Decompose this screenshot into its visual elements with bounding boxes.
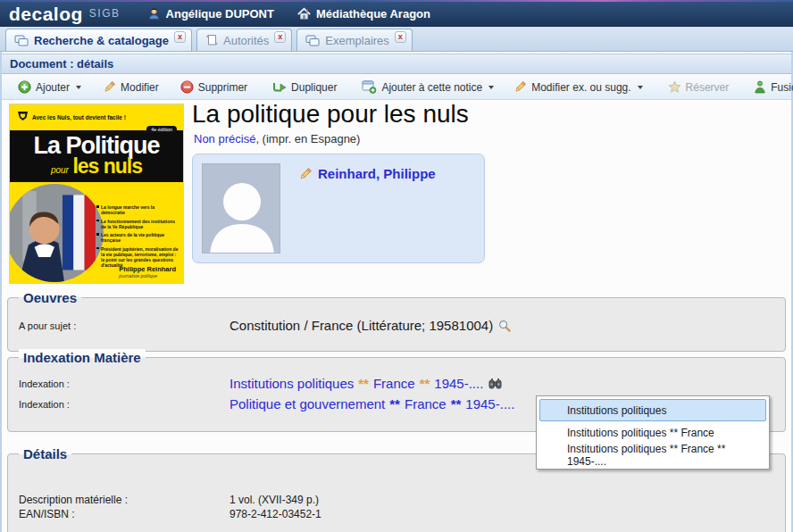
binoculars-icon[interactable] [488, 378, 502, 389]
close-icon[interactable]: x [274, 31, 286, 43]
field-value: 1 vol. (XVII-349 p.) [230, 494, 319, 506]
cover-author: Philippe Reinhard [119, 265, 176, 273]
book-cover[interactable]: Avec les Nuls, tout devient facile ! 4e … [9, 104, 184, 284]
tab-label: Recherche & catalogage [34, 34, 169, 47]
cascade-windows-icon [14, 35, 29, 46]
delete-button[interactable]: Supprimer [173, 78, 255, 96]
reserve-button[interactable]: Réserver [661, 78, 737, 96]
publisher-line: Non précisé, (impr. en Espagne) [194, 132, 360, 145]
cover-bullet: Le fonctionnement des institutions de la… [96, 219, 179, 230]
current-library-button[interactable]: Médiathèque Aragon [297, 7, 430, 21]
star-icon [668, 80, 681, 94]
section-oeuvres-legend: Oeuvres [19, 289, 81, 306]
document-toolbar: Ajouter Modifier Supprimer Dupliquer Ajo… [2, 75, 791, 100]
add-button[interactable]: Ajouter [11, 78, 88, 96]
menu-item[interactable]: Institutions politiques ** France [539, 421, 766, 444]
edit-button[interactable]: Modifier [96, 78, 166, 96]
delete-button-label: Supprimer [198, 81, 247, 94]
pencil-icon [103, 80, 116, 94]
menu-item[interactable]: Institutions politiques [539, 399, 766, 421]
chevron-down-icon [76, 86, 81, 89]
menu-item[interactable]: Institutions politiques ** France ** 194… [539, 444, 766, 466]
scroll-icon [205, 34, 218, 46]
magnifier-icon[interactable] [498, 320, 511, 332]
tab-recherche-catalogage[interactable]: Recherche & catalogage x [5, 29, 192, 51]
edit-button-label: Modifier [121, 81, 159, 94]
tab-bar: Recherche & catalogage x Autorités x Exe… [0, 27, 793, 52]
avatar [202, 163, 280, 254]
duplicate-button[interactable]: Dupliquer [265, 79, 344, 96]
field-label: EAN/ISBN : [8, 508, 230, 520]
cascade-windows-icon [305, 35, 320, 46]
add-to-record-label: Ajouter à cette notice [381, 81, 482, 94]
close-icon[interactable]: x [395, 31, 406, 43]
cover-edition-badge: 4e édition [146, 126, 177, 133]
add-to-record-button[interactable]: Ajouter à cette notice [355, 78, 501, 96]
field-label: Indexation : [8, 378, 230, 389]
tab-label: Exemplaires [325, 34, 389, 47]
indexation-context-menu: Institutions politiques Institutions pol… [536, 395, 770, 470]
publisher-link[interactable]: Non précisé [194, 132, 255, 145]
pencil-icon [513, 80, 527, 94]
chevron-down-icon [638, 86, 643, 89]
plus-circle-icon [18, 80, 31, 94]
field-label: A pour sujet : [8, 320, 230, 331]
indexation-link[interactable]: Politique et gouvernement**France**1945-… [230, 396, 514, 411]
cover-bullet: Les acteurs de la vie politique français… [96, 232, 179, 244]
window-plus-icon [362, 80, 377, 94]
section-header: Document : détails [2, 54, 791, 74]
cover-bullet-list: La longue marche vers la démocratie Le f… [96, 204, 179, 271]
chevron-down-icon [488, 86, 494, 89]
cover-bullet: La longue marche vers la démocratie [96, 204, 179, 216]
nuls-logo-icon [17, 109, 29, 125]
cover-title-pre: pour [51, 165, 69, 175]
cover-tagline: Avec les Nuls, tout devient facile ! [32, 114, 126, 121]
pencil-icon [298, 167, 313, 181]
tab-label: Autorités [223, 34, 269, 47]
green-arrow-icon [272, 81, 287, 94]
current-user-label: Angélique DUPONT [166, 7, 274, 21]
tab-autorites[interactable]: Autorités x [196, 29, 292, 51]
close-icon[interactable]: x [174, 31, 186, 43]
merge-button[interactable]: Fusionner avec [747, 78, 793, 96]
green-person-icon [754, 80, 766, 94]
edit-copies-button[interactable]: Modifier ex. ou sugg. [506, 78, 649, 96]
tab-exemplaires[interactable]: Exemplaires x [296, 29, 413, 51]
duplicate-button-label: Dupliquer [291, 81, 337, 94]
edit-copies-label: Modifier ex. ou sugg. [531, 81, 630, 94]
cover-author-subtitle: journaliste politique [119, 273, 176, 278]
section-oeuvres: Oeuvres A pour sujet : Constitution / Fr… [7, 297, 786, 352]
add-button-label: Ajouter [36, 81, 70, 94]
field-value: 978-2-412-03452-1 [230, 508, 321, 520]
publisher-rest: , (impr. en Espagne) [255, 132, 360, 145]
page-title: La politique pour les nuls [192, 100, 469, 129]
field-label: Description matérielle : [8, 494, 230, 506]
cover-photo [9, 183, 104, 284]
author-link[interactable]: Reinhard, Philippe [298, 166, 436, 181]
app-logo-suffix: SIGB [89, 7, 121, 20]
app-logo: decalog [9, 4, 83, 23]
current-user-button[interactable]: Angélique DUPONT [147, 7, 274, 21]
reserve-button-label: Réserver [686, 81, 730, 94]
current-library-label: Médiathèque Aragon [316, 7, 430, 21]
subject-value: Constitution / France (Littérature; 1958… [230, 318, 493, 333]
person-icon [147, 7, 161, 21]
home-icon [297, 7, 311, 21]
app-header: decalog SIGB Angélique DUPONT Médiathèqu… [0, 0, 793, 27]
merge-button-label: Fusionner avec [771, 81, 793, 94]
section-indexation-legend: Indexation Matière [19, 349, 146, 366]
field-label: Indexation : [8, 399, 230, 410]
cover-title-2: les nuls [72, 154, 142, 178]
minus-circle-icon [180, 80, 194, 94]
section-details-legend: Détails [19, 445, 71, 462]
section-header-title: Document : détails [10, 57, 113, 71]
author-card: Reinhard, Philippe [192, 154, 485, 263]
indexation-link[interactable]: Institutions politiques**France**1945-..… [230, 376, 483, 391]
author-link-label: Reinhard, Philippe [318, 166, 436, 181]
